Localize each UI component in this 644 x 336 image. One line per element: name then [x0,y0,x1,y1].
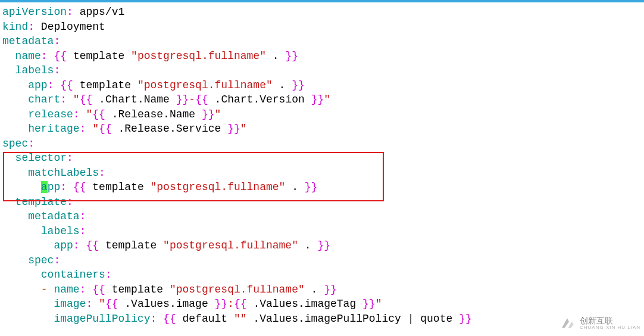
colon: : [54,254,60,266]
close-braces: }} [285,50,298,62]
expr-chartversion: .Chart.Version [215,94,305,105]
close-braces: }} [176,94,189,105]
key-app-rest: pp [48,181,61,193]
key-image: image [54,298,86,310]
list-dash: - [41,284,48,295]
val-kind: Deployment [41,21,105,33]
colon: : [86,298,92,310]
colon: : [150,313,157,325]
quote: " [73,94,80,105]
expr-valuespullpolicy: .Values.imagePullPolicy [253,313,401,325]
key-template: template [15,196,67,208]
key-apiversion: apiVersion [2,6,67,18]
key-name: name [54,284,79,295]
quote: " [86,108,92,120]
open-braces: {{ [73,181,86,193]
watermark-sub: CHUANG XIN HU LIAN [580,325,640,330]
close-braces: }} [311,94,324,105]
yaml-code-block: apiVersion: apps/v1 kind: Deployment met… [0,0,644,326]
colon: : [67,152,73,164]
key-kind: kind [2,21,28,33]
close-braces: }} [459,313,472,325]
dash: - [189,94,195,105]
template-func: template [105,239,157,251]
colon: : [60,181,67,193]
default-func: default [183,313,228,325]
key-containers: containers [41,269,105,281]
template-string: "postgresql.fullname" [170,284,305,295]
val-apiversion: apps/v1 [80,6,125,18]
key-imagepullpolicy: imagePullPolicy [54,313,150,325]
open-braces: {{ [195,94,208,105]
colon: : [80,210,86,222]
open-braces: {{ [163,313,176,325]
close-braces: }} [202,108,215,120]
open-braces: {{ [234,298,247,310]
close-braces: }} [324,284,337,295]
colon: : [60,94,67,105]
key-spec: spec [2,138,28,150]
quote: " [215,108,221,120]
close-braces: }} [305,181,318,193]
template-string: "postgresql.fullname" [137,79,273,91]
quote: " [92,123,99,135]
key-labels: labels [15,64,54,76]
expr-releaseservice: .Release.Service [118,123,221,135]
dot: . [292,181,298,193]
colon: : [80,225,86,237]
colon: : [48,79,54,91]
colon: : [105,269,112,281]
close-braces: }} [227,123,240,135]
colon: : [54,35,60,47]
open-braces: {{ [105,298,118,310]
open-braces: {{ [60,79,73,91]
key-metadata: metadata [28,210,79,222]
quote: " [376,298,382,310]
template-func: template [73,50,124,62]
key-app: app [41,181,60,193]
key-spec: spec [28,254,54,266]
expr-valuesimage: .Values.image [124,298,208,310]
dot: . [311,284,318,295]
template-string: "postgresql.fullname" [131,50,266,62]
colon: : [28,138,35,150]
close-braces: }} [215,298,228,310]
key-heritage: heritage [28,123,79,135]
open-braces: {{ [80,94,93,105]
key-selector: selector [15,152,67,164]
template-func: template [80,79,131,91]
quote: " [240,123,247,135]
open-braces: {{ [92,284,105,295]
empty-string: "" [234,313,247,325]
key-metadata: metadata [2,35,54,47]
key-app: app [54,239,73,251]
close-braces: }} [292,79,305,91]
template-string: "postgresql.fullname" [151,181,286,193]
cursor-highlight: a [41,181,48,193]
top-accent-bar [0,0,644,2]
colon: : [41,50,48,62]
key-labels: labels [41,225,80,237]
expr-releasename: .Release.Name [112,108,195,120]
template-func: template [92,181,143,193]
colon: : [54,64,60,76]
dot: . [279,79,286,91]
dot: . [305,239,311,251]
key-chart: chart [28,94,60,105]
pipe: | [408,313,414,325]
expr-valuesimagetag: .Values.imageTag [253,298,356,310]
close-braces: }} [362,298,376,310]
open-braces: {{ [54,50,67,62]
open-braces: {{ [86,239,99,251]
quote: " [99,298,105,310]
open-braces: {{ [92,108,105,120]
sep-colon: : [227,298,234,310]
key-release: release [28,108,73,120]
key-app: app [28,79,47,91]
colon: : [67,6,73,18]
template-string: "postgresql.fullname" [163,239,298,251]
colon: : [73,108,80,120]
colon: : [80,123,86,135]
close-braces: }} [317,239,330,251]
colon: : [80,284,86,295]
